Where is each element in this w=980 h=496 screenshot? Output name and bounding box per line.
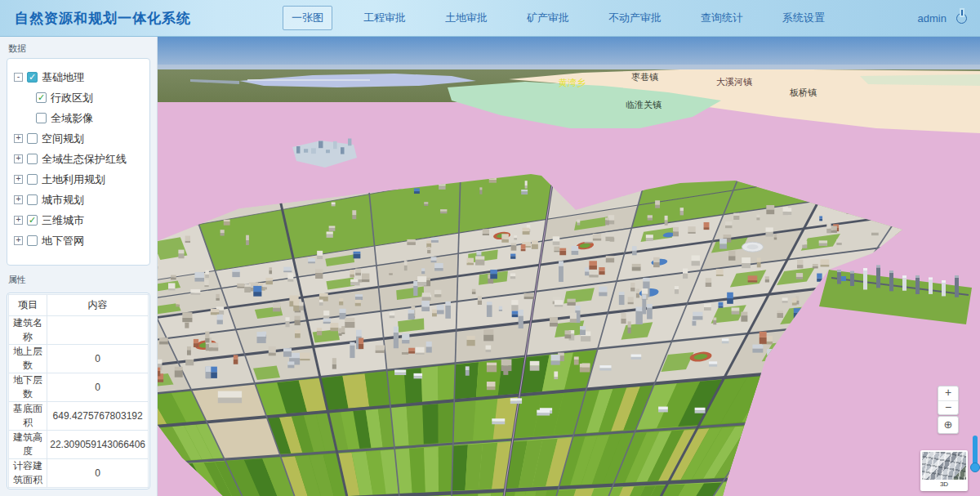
tab-6[interactable]: 查询统计	[693, 7, 751, 29]
prop-row: 地上层数0	[9, 345, 149, 373]
prop-key: 地上层数	[9, 345, 47, 373]
tree-item-7[interactable]: +城市规划	[14, 190, 143, 210]
tab-5[interactable]: 不动产审批	[600, 7, 670, 29]
prop-row: 基底面积649.4275767803192	[9, 402, 149, 431]
altitude-slider-knob[interactable]	[970, 462, 980, 472]
tree-item-6[interactable]: +土地利用规划	[14, 169, 143, 190]
tree-item-1[interactable]: -✓基础地理	[14, 67, 143, 87]
username-label[interactable]: admin	[918, 12, 947, 25]
tree-item-label: 地下管网	[42, 234, 84, 248]
power-icon[interactable]	[956, 13, 967, 24]
tab-7[interactable]: 系统设置	[774, 7, 833, 29]
tree-item-label: 全域影像	[51, 111, 93, 126]
tree-item-9[interactable]: +地下管网	[14, 230, 143, 251]
prop-key: 计容建筑面积	[9, 459, 47, 488]
expand-icon[interactable]: +	[14, 154, 23, 163]
tab-1[interactable]: 一张图	[283, 6, 332, 30]
prop-row: 地下层数0	[9, 373, 149, 402]
tree-item-3[interactable]: 全域影像	[36, 108, 143, 128]
prop-row: 建筑名称	[9, 316, 149, 345]
prop-value: 22.309059143066406	[47, 431, 149, 459]
props-col-key: 项目	[9, 295, 47, 316]
minimap[interactable]: 3D	[920, 450, 968, 491]
prop-key: 基底面积	[9, 402, 47, 431]
props-panel-title: 属性	[8, 274, 150, 286]
zoom-in-button[interactable]: +	[938, 387, 958, 400]
tree-item-label: 全域生态保护红线	[42, 152, 127, 167]
expand-icon[interactable]: +	[14, 175, 23, 184]
prop-key: 建筑高度	[9, 431, 47, 459]
city-3d-scene[interactable]	[158, 37, 980, 496]
tree-item-label: 空间规划	[42, 132, 84, 146]
zoom-controls: + −	[938, 386, 959, 415]
prop-value	[47, 316, 149, 345]
data-panel-title: 数据	[8, 42, 150, 55]
app-header: 自然资源和规划一体化系统 一张图工程审批土地审批矿产审批不动产审批查询统计系统设…	[0, 0, 980, 37]
expand-icon[interactable]: +	[14, 195, 23, 204]
zoom-out-button[interactable]: −	[938, 400, 958, 414]
tree-item-label: 土地利用规划	[42, 172, 105, 187]
checkbox[interactable]	[27, 235, 38, 246]
user-zone: admin	[918, 12, 967, 25]
minimap-mode-label: 3D	[922, 480, 966, 489]
checkbox[interactable]: ✓	[36, 92, 47, 103]
tree-item-8[interactable]: +✓三维城市	[14, 210, 143, 230]
sidebar: 数据 -✓基础地理✓行政区划全域影像+空间规划+全域生态保护红线+土地利用规划+…	[0, 37, 158, 496]
checkbox[interactable]	[36, 113, 47, 123]
props-panel: 项目 内容 建筑名称地上层数0地下层数0基底面积649.427576780319…	[7, 293, 150, 489]
minimap-image	[922, 452, 966, 480]
tree-item-4[interactable]: +空间规划	[14, 128, 143, 149]
expand-icon[interactable]: +	[14, 216, 23, 225]
prop-value: 0	[47, 373, 149, 402]
tree-item-label: 城市规划	[42, 193, 84, 208]
checkbox[interactable]	[27, 133, 38, 144]
app-title: 自然资源和规划一体化系统	[15, 9, 260, 28]
prop-value: 649.4275767803192	[47, 402, 149, 431]
tree-item-label: 三维城市	[42, 213, 84, 228]
tab-3[interactable]: 土地审批	[437, 7, 496, 29]
tab-4[interactable]: 矿产审批	[519, 7, 577, 29]
locate-button[interactable]: ⊕	[938, 416, 959, 434]
tree-item-5[interactable]: +全域生态保护红线	[14, 149, 143, 169]
expand-icon[interactable]: +	[14, 236, 23, 245]
collapse-icon[interactable]: -	[14, 73, 23, 82]
props-table-body: 建筑名称地上层数0地下层数0基底面积649.4275767803192建筑高度2…	[9, 316, 149, 488]
map-viewport[interactable]: 黄湾乡枣巷镇大溪河镇板桥镇临淮关镇 + − ⊕ 3D	[158, 37, 980, 496]
prop-key: 地下层数	[9, 373, 47, 402]
expand-icon[interactable]: +	[14, 134, 23, 143]
prop-row: 计容建筑面积0	[9, 459, 149, 488]
tree-item-2[interactable]: ✓行政区划	[36, 87, 143, 108]
tree-item-label: 基础地理	[42, 70, 84, 85]
prop-value: 0	[47, 345, 149, 373]
checkbox[interactable]	[27, 194, 38, 205]
tab-2[interactable]: 工程审批	[355, 7, 414, 29]
props-col-value: 内容	[47, 295, 149, 316]
checkbox[interactable]: ✓	[27, 72, 38, 83]
layer-tree: -✓基础地理✓行政区划全域影像+空间规划+全域生态保护红线+土地利用规划+城市规…	[7, 58, 150, 266]
checkbox[interactable]	[27, 174, 38, 185]
props-table: 项目 内容 建筑名称地上层数0地下层数0基底面积649.427576780319…	[8, 294, 149, 488]
main-nav: 一张图工程审批土地审批矿产审批不动产审批查询统计系统设置	[283, 6, 833, 30]
checkbox[interactable]	[27, 154, 38, 164]
prop-key: 建筑名称	[9, 316, 47, 345]
tree-item-label: 行政区划	[51, 91, 93, 105]
checkbox[interactable]: ✓	[27, 215, 38, 226]
prop-value: 0	[47, 459, 149, 488]
prop-row: 建筑高度22.309059143066406	[9, 431, 149, 459]
